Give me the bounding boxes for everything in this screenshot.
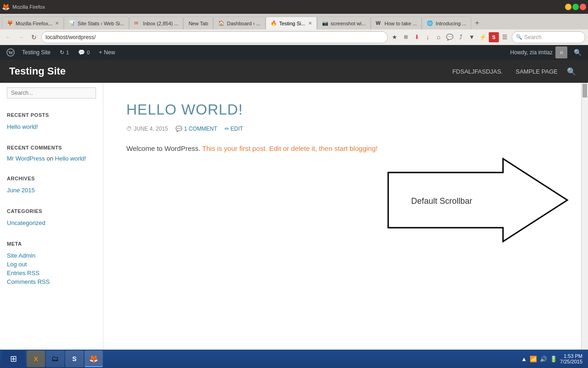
- site-search-toggle[interactable]: 🔍: [564, 67, 579, 76]
- tab-dashboard[interactable]: 🏠 Dashboard ‹ ...: [213, 17, 266, 29]
- address-text: localhost/wordpress/: [45, 34, 96, 40]
- explorer-icon: 🗂: [51, 355, 59, 363]
- tab-testing[interactable]: 🔥 Testing Si... ✕: [266, 17, 317, 29]
- tab-inbox[interactable]: ✉ Inbox (2,854) ...: [129, 17, 183, 29]
- wp-content: RECENT POSTS Hello world! RECENT COMMENT…: [0, 83, 588, 368]
- post-comments: 💬 1 COMMENT: [175, 126, 217, 132]
- scrollbar-thumb[interactable]: [582, 84, 587, 98]
- nav-sample[interactable]: SAMPLE PAGE: [509, 60, 564, 83]
- volume-icon: 🔊: [540, 356, 547, 362]
- post-comments-link[interactable]: 1 COMMENT: [184, 126, 217, 132]
- clock-date: 7/25/2015: [560, 359, 582, 364]
- chat-icon[interactable]: 💬: [445, 32, 455, 42]
- post-body-static: Welcome to WordPress.: [126, 144, 200, 152]
- comment-author-link[interactable]: Mr WordPress: [7, 155, 45, 162]
- meta-entries-rss[interactable]: Entries RSS: [7, 269, 96, 277]
- tab-firefox[interactable]: 🦊 Mozilla Firefox... ✕: [2, 17, 64, 29]
- tab-label-inbox: Inbox (2,854) ...: [143, 21, 178, 26]
- svg-text:Default Scrollbar: Default Scrollbar: [411, 196, 472, 206]
- wp-search-icon[interactable]: 🔍: [571, 49, 584, 56]
- reload-button[interactable]: ↻: [28, 32, 40, 43]
- site-title[interactable]: Testing Site: [9, 65, 66, 77]
- wp-logo[interactable]: W: [4, 45, 17, 60]
- recent-posts-section: RECENT POSTS Hello world!: [0, 103, 103, 136]
- menu-icon[interactable]: ☰: [500, 32, 510, 42]
- new-label: New: [104, 49, 115, 56]
- maximize-button[interactable]: [572, 4, 579, 10]
- dev-icon[interactable]: ⚡: [478, 32, 488, 42]
- admin-new[interactable]: + New: [94, 45, 119, 60]
- meta-site-admin[interactable]: Site Admin: [7, 251, 96, 260]
- comments-icon: 💬: [78, 49, 85, 56]
- taskbar-app-xampp[interactable]: X: [27, 351, 45, 367]
- comment-post-link[interactable]: Hello world!: [55, 155, 86, 162]
- sidebar-search-input[interactable]: [7, 87, 96, 98]
- bookmark-icon[interactable]: ★: [390, 32, 400, 42]
- clock-time: 1:53 PM: [560, 353, 582, 359]
- address-bar[interactable]: localhost/wordpress/: [41, 31, 388, 43]
- minimize-button[interactable]: [565, 4, 571, 10]
- tab-newtab[interactable]: New Tab: [183, 17, 213, 29]
- main-content: HELLO WORLD! ⏱ JUNE 4, 2015 💬 1 COMMENT …: [103, 83, 581, 368]
- taskbar-app-slides[interactable]: S: [65, 351, 84, 367]
- share-icon[interactable]: ⤴: [456, 32, 466, 42]
- start-button[interactable]: ⊞: [2, 351, 25, 367]
- arrow-annotation: Default Scrollbar: [384, 154, 577, 247]
- tab-close-firefox[interactable]: ✕: [55, 21, 59, 26]
- home-icon[interactable]: ⌂: [434, 32, 444, 42]
- categories-title: CATEGORIES: [7, 208, 96, 214]
- forward-button[interactable]: →: [16, 32, 27, 43]
- browser-title: Mozilla Firefox: [12, 4, 45, 10]
- taskbar-app-firefox[interactable]: 🦊: [85, 351, 103, 367]
- categories-section: CATEGORIES Uncategorized: [0, 199, 103, 232]
- nav-fdsalj[interactable]: FDSALJFASDJAS.: [446, 60, 509, 83]
- back-button[interactable]: ←: [3, 32, 14, 43]
- user-avatar: zi: [555, 46, 567, 58]
- admin-comments[interactable]: 💬 0: [74, 45, 94, 60]
- sync-icon[interactable]: S: [489, 32, 499, 42]
- howdy-section[interactable]: Howdy, zia imtiaz zi: [507, 46, 571, 58]
- firefox-logo-icon: 🦊: [2, 3, 10, 11]
- meta-log-out[interactable]: Log out: [7, 260, 96, 269]
- pocket-icon[interactable]: ⬇: [412, 32, 422, 42]
- download-icon[interactable]: ↓: [423, 32, 433, 42]
- title-bar: 🦊 Mozilla Firefox: [0, 0, 588, 14]
- search-bar[interactable]: 🔍 Search: [512, 31, 585, 43]
- slides-icon: S: [72, 355, 76, 362]
- tab-screenshot[interactable]: 📷 screenshot wi...: [317, 17, 371, 29]
- close-button[interactable]: [580, 4, 586, 10]
- category-uncategorized[interactable]: Uncategorized: [7, 218, 96, 227]
- reading-mode-icon[interactable]: ⊞: [401, 32, 411, 42]
- admin-site-name[interactable]: Testing Site: [17, 45, 55, 60]
- tab-label-dashboard: Dashboard ‹ ...: [227, 21, 260, 26]
- clock-icon: ⏱: [126, 126, 132, 132]
- tab-close-testing[interactable]: ✕: [308, 21, 312, 26]
- recent-post-hello-world[interactable]: Hello world!: [7, 122, 96, 131]
- tab-favicon-inbox: ✉: [134, 20, 141, 27]
- search-placeholder: Search: [524, 34, 542, 40]
- post-date: ⏱ JUNE 4, 2015: [126, 126, 168, 132]
- taskbar-app-explorer[interactable]: 🗂: [46, 351, 64, 367]
- tab-howtotake[interactable]: W How to take ...: [371, 17, 422, 29]
- tab-favicon-dashboard: 🏠: [218, 20, 225, 27]
- tab-favicon-testing: 🔥: [271, 20, 277, 27]
- post-edit-link[interactable]: ✏ EDIT: [225, 126, 243, 132]
- firefox-taskbar-icon: 🦊: [89, 354, 98, 363]
- taskbar-system: ▲ 📶 🔊 🔋 1:53 PM 7/25/2015: [517, 353, 586, 364]
- archive-june-2015[interactable]: June 2015: [7, 186, 96, 195]
- network-icon: 📶: [530, 356, 537, 362]
- scrollbar-right[interactable]: [581, 83, 588, 368]
- recent-posts-title: RECENT POSTS: [7, 112, 96, 118]
- admin-updates[interactable]: ↻ 1: [55, 45, 74, 60]
- pencil-icon: ✏: [225, 126, 229, 132]
- tab-introducing[interactable]: 🌐 Introducing ...: [422, 17, 471, 29]
- new-tab-button[interactable]: +: [471, 17, 483, 29]
- post-date-text: JUNE 4, 2015: [134, 126, 168, 132]
- tab-sitestats[interactable]: 📊 Site Stats ‹ Web Si...: [64, 17, 129, 29]
- post-title: HELLO WORLD!: [126, 101, 558, 118]
- xampp-icon: X: [34, 356, 38, 362]
- extension-icon[interactable]: ▼: [467, 32, 477, 42]
- post-body-highlight: This is your first post. Edit or delete …: [202, 144, 378, 152]
- meta-comments-rss[interactable]: Comments RSS: [7, 277, 96, 286]
- system-time: 1:53 PM 7/25/2015: [560, 353, 582, 364]
